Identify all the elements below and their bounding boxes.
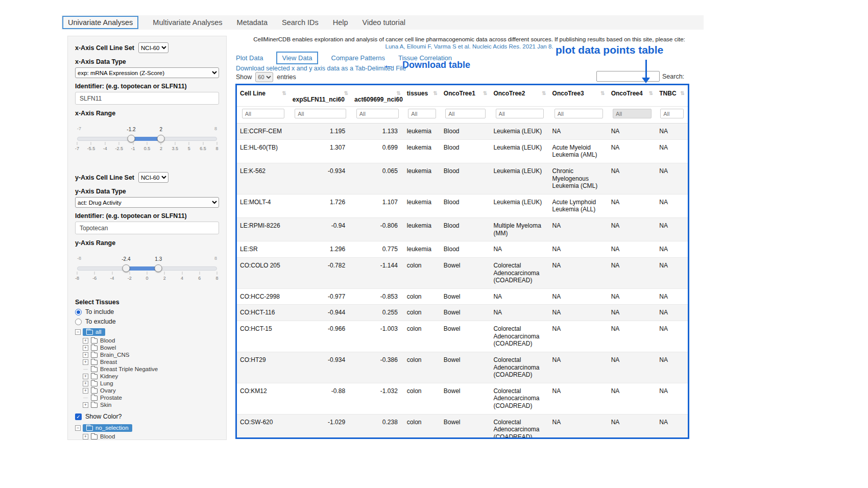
sort-icon[interactable]: ⇅ [396,90,400,96]
sort-icon[interactable]: ⇅ [483,90,487,96]
slider-handle-from[interactable] [127,135,135,142]
sort-icon[interactable]: ⇅ [433,90,437,96]
nav-tab-help[interactable]: Help [333,18,348,27]
expand-icon[interactable]: + [83,359,88,365]
tree-item-bowel[interactable]: +Bowel [83,345,219,351]
tab-plot-data[interactable]: Plot Data [236,54,263,62]
table-row[interactable]: LE:K-562-0.9340.065leukemiaBloodLeukemia… [237,163,688,194]
tree-item-kidney[interactable]: +Kidney [83,373,219,379]
column-filter-input-expslfn11-nci60[interactable] [295,109,346,118]
nav-tab-metadata[interactable]: Metadata [237,18,268,27]
column-filter-input-oncotree2[interactable] [496,109,544,118]
nav-tab-search-ids[interactable]: Search IDs [282,18,319,27]
y-data-type-select[interactable]: act: Drug Activity [75,197,219,208]
tree-root-no-selection[interactable]: no_selection [83,424,132,432]
tree-item-blood[interactable]: +Blood [83,337,219,344]
column-header-tissues[interactable]: ⇅tissues [404,85,441,107]
expand-icon[interactable]: + [83,338,88,344]
slider-handle-from[interactable] [122,264,130,272]
slider-handle-to[interactable] [155,264,162,272]
cell-oncotree4: NA [608,321,657,352]
column-header-oncotree1[interactable]: ⇅OncoTree1 [441,85,491,107]
tree-item-lung[interactable]: +Lung [83,380,219,386]
column-filter-input-tissues[interactable] [408,109,436,118]
nav-tab-video-tutorial[interactable]: Video tutorial [363,18,405,27]
expand-icon[interactable]: + [83,352,88,358]
column-header-label: TNBC [659,90,676,97]
tree-item-brain-cns[interactable]: +Brain_CNS [83,352,219,358]
expand-icon[interactable]: + [83,388,88,394]
sort-icon[interactable]: ⇅ [649,90,653,96]
table-row[interactable]: CO:HCT-116-0.9440.255colonBowelNANANANA [237,305,688,321]
tree-item-breast-triple-negative[interactable]: —Breast Triple Negative [83,366,219,372]
table-row[interactable]: CO:SW-620-1.0290.238colonBowelColorectal… [237,414,688,439]
column-filter-input-act609699-nci60[interactable] [356,109,399,118]
collapse-icon[interactable]: − [75,425,81,431]
cell-oncotree1: Bowel [441,383,491,414]
nav-tab-multivariate-analyses[interactable]: Multivariate Analyses [153,18,222,27]
include-radio[interactable] [75,309,82,315]
column-filter-input-oncotree4[interactable] [613,109,652,118]
tab-compare-patterns[interactable]: Compare Patterns [331,54,385,62]
table-row[interactable]: CO:HT29-0.934-0.386colonBowelColorectal … [237,352,688,383]
expand-icon[interactable]: + [83,381,88,386]
tree-item-skin[interactable]: +Skin [83,402,219,408]
column-filter-input-oncotree3[interactable] [554,109,603,118]
sort-icon[interactable]: ⇅ [344,90,348,96]
sort-icon[interactable]: ⇅ [681,90,685,96]
column-filter-input-tnbc[interactable] [660,109,684,118]
expand-icon[interactable]: + [83,374,88,379]
y-identifier-input[interactable] [75,222,219,234]
column-header-act609699-nci60[interactable]: ⇅act609699_nci60 [351,85,404,107]
table-row[interactable]: LE:MOLT-41.7261.107leukemiaBloodLeukemia… [237,194,688,217]
column-header-tnbc[interactable]: ⇅TNBC [656,85,688,107]
y-range-slider[interactable]: -88-2.41.3-8-6-4-202468 [77,256,217,285]
y-cell-line-set-select[interactable]: NCI-60 [138,172,168,183]
table-row[interactable]: LE:CCRF-CEM1.1951.133leukemiaBloodLeukem… [237,124,688,140]
expand-icon[interactable]: + [83,345,88,351]
table-row[interactable]: CO:HCT-15-0.966-1.003colonBowelColorecta… [237,321,688,352]
table-row[interactable]: CO:COLO 205-0.782-1.144colonBowelColorec… [237,257,688,288]
nav-tab-univariate-analyses[interactable]: Univariate Analyses [62,16,138,29]
table-row[interactable]: LE:SR1.2960.775leukemiaBloodNANANANA [237,241,688,258]
collapse-icon[interactable]: − [75,329,81,335]
sort-icon[interactable]: ⇅ [542,90,546,96]
table-row[interactable]: LE:HL-60(TB)1.3070.699leukemiaBloodLeuke… [237,139,688,163]
column-header-expslfn11-nci60[interactable]: ⇅expSLFN11_nci60 [290,85,351,107]
table-search-input[interactable] [596,71,660,82]
x-identifier-input[interactable] [75,92,219,105]
expand-icon[interactable]: + [83,434,88,440]
table-row[interactable]: CO:HCC-2998-0.977-0.853colonBowelNANANAN… [237,288,688,305]
column-header-oncotree4[interactable]: ⇅OncoTree4 [608,85,657,107]
expand-icon[interactable]: + [83,402,88,408]
column-header-cell-line[interactable]: ⇅Cell Line [237,85,290,107]
slider-handle-to[interactable] [157,135,165,142]
x-range-slider[interactable]: -78-1.22-7-5.5-4-2.5-10.523.556.58 [77,126,217,156]
table-row[interactable]: CO:KM12-0.88-1.032colonBowelColorectal A… [237,383,688,414]
cell-tissues: colon [404,288,441,305]
tree-item-prostate[interactable]: —Prostate [83,395,219,401]
table-row[interactable]: LE:RPMI-8226-0.94-0.806leukemiaBloodMult… [237,218,688,241]
cell-expslfn11-nci60: -0.944 [290,305,351,321]
column-filter-input-oncotree1[interactable] [445,109,486,118]
sort-icon[interactable]: ⇅ [282,90,286,96]
download-tab-delimited-link[interactable]: Download selected x and y axis data as a… [236,65,406,72]
column-header-oncotree3[interactable]: ⇅OncoTree3 [549,85,608,107]
slider-tick [203,142,203,145]
entries-per-page-select[interactable]: 60 [255,72,273,82]
slider-tick-label: -6 [92,276,97,281]
show-color-checkbox[interactable]: ✓ [75,413,82,420]
column-filter-input-cell-line[interactable] [242,109,285,118]
slider-grid: -8-6-4-202468 [77,272,217,283]
tree-item-blood[interactable]: +Blood [83,433,219,440]
sort-icon[interactable]: ⇅ [600,90,605,96]
tab-view-data[interactable]: View Data [276,52,318,64]
cell-cell-line: LE:HL-60(TB) [237,139,290,163]
column-header-oncotree2[interactable]: ⇅OncoTree2 [490,85,549,107]
tree-root-all[interactable]: all [83,328,105,336]
x-cell-line-set-select[interactable]: NCI-60 [138,42,168,53]
x-data-type-select[interactable]: exp: mRNA Expression (Z-Score) [75,67,219,78]
tree-item-breast[interactable]: +Breast [83,359,219,365]
tree-item-ovary[interactable]: +Ovary [83,387,219,394]
exclude-radio[interactable] [75,319,82,325]
